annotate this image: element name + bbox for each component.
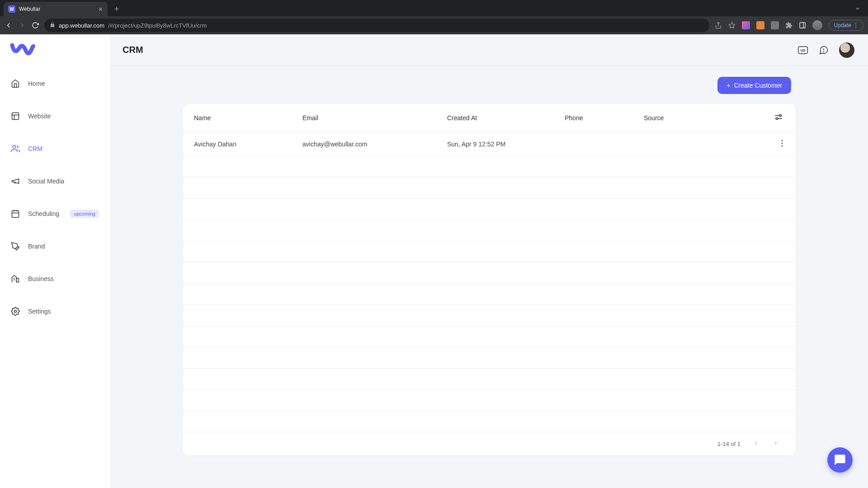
update-label: Update (834, 22, 851, 28)
webullar-logo[interactable] (10, 42, 37, 60)
back-button[interactable] (5, 21, 13, 29)
table-row-empty (183, 284, 796, 305)
sidebar-item-scheduling[interactable]: Schedulingupcoming (0, 202, 110, 226)
svg-rect-5 (12, 113, 19, 120)
app: HomeWebsiteCRMSocial MediaSchedulingupco… (0, 34, 868, 488)
share-icon[interactable] (715, 22, 722, 29)
avatar[interactable] (839, 42, 854, 58)
sidebar-item-social-media[interactable]: Social Media (0, 169, 110, 193)
scheduling-icon (11, 209, 20, 218)
svg-point-24 (782, 140, 783, 141)
column-name[interactable]: Name (194, 114, 302, 122)
plus-icon: + (726, 82, 730, 89)
new-tab-button[interactable]: + (110, 3, 123, 15)
favicon-icon: W (8, 5, 15, 13)
column-source[interactable]: Source (644, 114, 734, 122)
sidebar-item-label: Settings (28, 308, 51, 315)
cell-name: Avichay Dahan (194, 141, 302, 148)
sidebar-item-website[interactable]: Website (0, 104, 110, 128)
pagination-text: 1-14 of 1 (717, 441, 741, 447)
star-icon[interactable] (728, 22, 736, 29)
sidebar-item-brand[interactable]: Brand (0, 234, 110, 258)
url-path: /#/project/upZ9tpul8y8wLrcTVfUu/crm (108, 22, 207, 29)
table-row-empty (183, 369, 796, 390)
profile-icon[interactable] (812, 20, 822, 30)
page-title: CRM (123, 45, 143, 55)
sidebar-item-label: Website (28, 113, 51, 120)
url-host: app.webullar.com (59, 22, 104, 29)
svg-point-25 (782, 143, 783, 144)
customer-table: Name Email Created At Phone Source Avich… (183, 104, 796, 455)
language-icon[interactable]: US (797, 45, 808, 56)
sidebar-item-settings[interactable]: Settings (0, 299, 110, 324)
sidebar-item-label: CRM (28, 145, 42, 152)
sidebar-item-home[interactable]: Home (0, 71, 110, 96)
column-email[interactable]: Email (302, 114, 447, 122)
table-row-empty (183, 411, 796, 432)
table-header: Name Email Created At Phone Source (183, 104, 796, 132)
sidebar-item-label: Scheduling (28, 210, 59, 217)
sidebar-item-business[interactable]: Business (0, 267, 110, 291)
svg-rect-9 (12, 211, 19, 217)
sidebar-item-label: Brand (28, 243, 45, 250)
next-page-button[interactable] (771, 439, 780, 449)
table-row[interactable]: Avichay Dahanavichay@webullar.comSun, Ap… (183, 132, 796, 156)
sidebar-item-label: Business (28, 275, 54, 282)
settings-icon (11, 307, 20, 316)
update-button[interactable]: Update⋮ (829, 20, 863, 31)
svg-rect-2 (800, 23, 805, 28)
column-phone[interactable]: Phone (565, 114, 644, 122)
browser-chrome: W Webullar ✕ + app.webullar.com/#/projec… (0, 0, 868, 34)
social-media-icon (11, 177, 20, 186)
chevron-down-icon[interactable] (854, 5, 861, 14)
extensions-icon[interactable] (785, 22, 793, 29)
table-row-empty (183, 347, 796, 369)
column-created[interactable]: Created At (447, 114, 565, 122)
upcoming-badge: upcoming (70, 210, 99, 218)
close-icon[interactable]: ✕ (98, 6, 103, 13)
svg-point-8 (13, 145, 16, 149)
prev-page-button[interactable] (751, 439, 760, 449)
table-row-empty (183, 241, 796, 263)
brand-icon (11, 242, 20, 251)
table-row-empty (183, 326, 796, 347)
reload-button[interactable] (32, 22, 39, 29)
home-icon (11, 79, 20, 88)
create-customer-button[interactable]: + Create Customer (717, 77, 791, 94)
chat-bubble-button[interactable] (827, 447, 853, 473)
lock-icon (50, 21, 55, 29)
vertical-dots-icon: ⋮ (853, 22, 859, 28)
svg-point-19 (824, 51, 824, 52)
table-row-empty (183, 178, 796, 199)
table-row-empty (183, 305, 796, 326)
cell-email: avichay@webullar.com (302, 141, 447, 148)
row-actions-button[interactable] (779, 138, 785, 150)
forward-button[interactable] (18, 21, 26, 29)
website-icon (11, 112, 20, 121)
filter-icon[interactable] (772, 111, 785, 124)
svg-marker-1 (729, 22, 735, 28)
sidebar-item-crm[interactable]: CRM (0, 136, 110, 161)
cell-created: Sun, Apr 9 12:52 PM (447, 141, 565, 148)
extension-icon[interactable] (742, 21, 750, 29)
panel-icon[interactable] (799, 22, 806, 29)
nav-right: Update⋮ (715, 20, 863, 31)
tab-title: Webullar (19, 6, 94, 12)
create-label: Create Customer (734, 82, 782, 89)
header: CRM US (111, 34, 868, 66)
toolbar: + Create Customer (124, 77, 854, 94)
svg-point-26 (782, 145, 783, 147)
crm-icon (11, 144, 20, 153)
table-row-empty (183, 390, 796, 411)
pagination: 1-14 of 1 (183, 432, 796, 455)
nav-bar: app.webullar.com/#/project/upZ9tpul8y8wL… (0, 16, 868, 34)
url-bar[interactable]: app.webullar.com/#/project/upZ9tpul8y8wL… (44, 19, 709, 32)
extension-icon[interactable] (756, 21, 764, 29)
svg-point-4 (32, 44, 35, 48)
feedback-icon[interactable] (818, 45, 829, 56)
extension-icon[interactable] (771, 21, 779, 29)
business-icon (11, 274, 20, 283)
sidebar-item-label: Social Media (28, 178, 64, 185)
browser-tab[interactable]: W Webullar ✕ (4, 2, 108, 16)
content: + Create Customer Name Email Created At … (111, 66, 868, 488)
